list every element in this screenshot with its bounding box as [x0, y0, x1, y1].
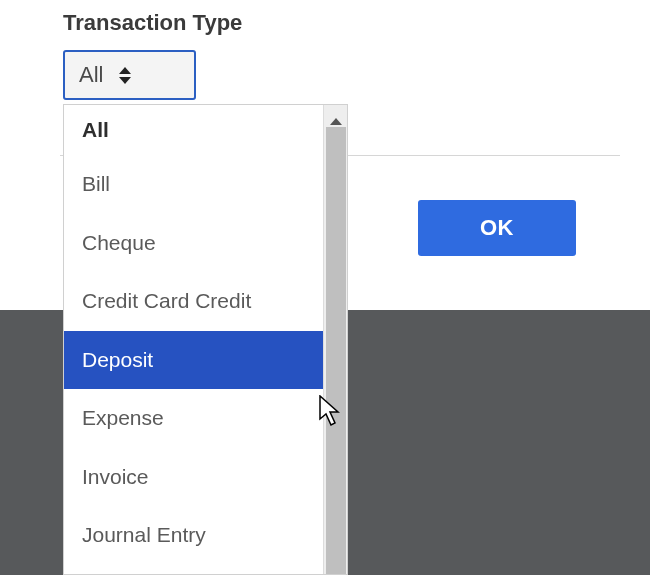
dropdown-scrollbar[interactable] [323, 105, 347, 574]
select-value: All [79, 62, 103, 88]
dropdown-item-label: Deposit [82, 348, 153, 372]
dropdown-item-label: Credit Card Credit [82, 289, 251, 313]
dropdown-item-cheque[interactable]: Cheque [64, 214, 323, 273]
dropdown-item-label: All [82, 118, 109, 142]
dropdown-item-label: Invoice [82, 465, 149, 489]
dropdown-item-journal-entry[interactable]: Journal Entry [64, 506, 323, 565]
dropdown-item-label: Journal Entry [82, 523, 206, 547]
scrollbar-thumb[interactable] [326, 127, 346, 574]
dropdown-item-label: Expense [82, 406, 164, 430]
dropdown-item-expense[interactable]: Expense [64, 389, 323, 448]
transaction-type-dropdown[interactable]: All Bill Cheque Credit Card Credit Depos… [63, 104, 348, 575]
dropdown-item-label: Cheque [82, 231, 156, 255]
dropdown-item-bill[interactable]: Bill [64, 155, 323, 214]
dropdown-item-deposit[interactable]: Deposit [64, 331, 323, 390]
sort-icon [119, 67, 131, 84]
transaction-type-select[interactable]: All [63, 50, 196, 100]
dropdown-item-label: Bill [82, 172, 110, 196]
dropdown-list: All Bill Cheque Credit Card Credit Depos… [64, 105, 347, 574]
ok-button[interactable]: OK [418, 200, 576, 256]
dropdown-item-invoice[interactable]: Invoice [64, 448, 323, 507]
transaction-type-label: Transaction Type [63, 10, 242, 36]
dropdown-item-credit-card-credit[interactable]: Credit Card Credit [64, 272, 323, 331]
dropdown-item-all[interactable]: All [64, 105, 323, 155]
